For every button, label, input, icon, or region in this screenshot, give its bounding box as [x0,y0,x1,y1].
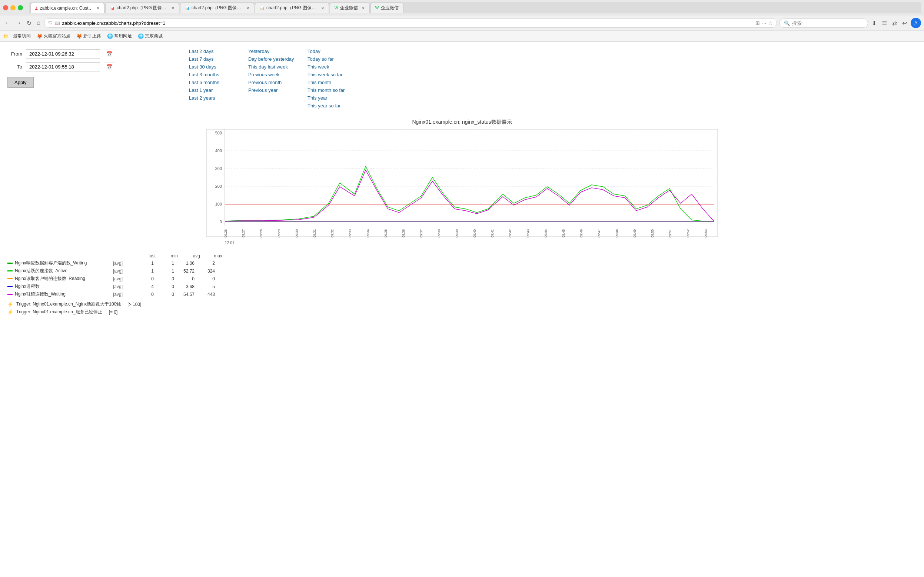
apply-button[interactable]: Apply [7,77,34,88]
reload-button[interactable]: ↻ [25,18,33,28]
tab-close-button-4[interactable]: × [321,5,324,11]
to-label: To [7,64,22,69]
svg-text:100: 100 [215,202,222,206]
jd-icon: 🌐 [138,33,144,39]
quick-link-last6months[interactable]: Last 6 months [189,79,241,86]
browser-tab-5[interactable]: W 企业微信 × [330,2,370,13]
legend-name-0: Nginx响应数据到客户端的数_Writing [15,260,113,266]
svg-text:500: 500 [215,131,222,135]
home-button[interactable]: ⌂ [35,18,42,28]
back-button[interactable]: ← [3,18,12,28]
legend-last-1: 1 [133,269,154,274]
star-icon[interactable]: ☆ [768,20,773,26]
svg-text:09:49: 09:49 [633,229,637,238]
tab-close-button-5[interactable]: × [361,5,364,11]
quick-link-thismonth[interactable]: This month [308,79,360,86]
quick-link-last3months[interactable]: Last 3 months [189,71,241,79]
quick-link-last30days[interactable]: Last 30 days [189,63,241,71]
search-input[interactable] [792,20,851,26]
tab-close-button-3[interactable]: × [247,5,249,11]
quick-link-prevyear[interactable]: Previous year [248,86,300,94]
search-icon: 🔍 [784,20,790,26]
bookmark-zuichang[interactable]: 最常访问 [11,32,32,40]
minimize-window-button[interactable] [10,5,16,10]
chart-svg: 500 400 300 200 100 0 [4,129,920,248]
quick-link-today[interactable]: Today [308,47,360,55]
tab-close-button[interactable]: × [97,5,100,11]
download-button[interactable]: ⬇ [870,18,878,28]
avatar[interactable]: A [911,18,921,28]
quick-link-todaysofar[interactable]: Today so far [308,55,360,63]
bookmark-huhuo[interactable]: 🦊 火狐官方站点 [35,32,72,40]
quick-link-thisdaylastweek[interactable]: This day last week [248,63,300,71]
search-bar: 🔍 [779,19,868,28]
legend-color-2 [7,278,13,279]
qr-icon[interactable]: ⊞ [755,20,760,26]
svg-text:09:37: 09:37 [419,229,423,238]
bookmark-xinshoushanlu[interactable]: 🦊 新手上路 [75,32,103,40]
quick-link-last7days[interactable]: Last 7 days [189,55,241,63]
quick-link-thisyear[interactable]: This year [308,94,360,102]
svg-text:09:40: 09:40 [473,229,476,238]
browser-tab-2[interactable]: 📊 chart2.php（PNG 图像，1409x43… × [105,2,179,13]
quick-link-thisweeksofar[interactable]: This week so far [308,71,360,79]
from-calendar-button[interactable]: 📅 [104,50,115,58]
address-input[interactable] [62,20,753,26]
sidebar-button[interactable]: ☰ [880,18,889,28]
close-window-button[interactable] [3,5,8,10]
legend-color-4 [7,294,13,295]
quick-link-thisweek[interactable]: This week [308,63,360,71]
quick-link-last1year[interactable]: Last 1 year [189,86,241,94]
svg-text:09:47: 09:47 [597,229,601,238]
browser-tab-3[interactable]: 📊 chart2.php（PNG 图像，1409x43… × [180,2,254,13]
legend-max-2: 0 [195,276,215,282]
svg-text:09:33: 09:33 [348,229,352,238]
quick-link-last2years[interactable]: Last 2 years [189,94,241,102]
legend-max-3: 5 [195,284,215,289]
title-bar: Z zabbix.example.cn: Custom gra... × 📊 c… [0,0,924,16]
quick-link-thismonthsofar[interactable]: This month so far [308,86,360,94]
browser-tab-4[interactable]: 📊 chart2.php（PNG 图像，1409x43… × [255,2,329,13]
maximize-window-button[interactable] [18,5,23,10]
tab-favicon: Z [35,6,38,10]
svg-text:09:32: 09:32 [331,229,334,238]
sync-button[interactable]: ⇄ [891,18,898,28]
tab-close-button-2[interactable]: × [171,5,174,11]
quick-link-prevweek[interactable]: Previous week [248,71,300,79]
chart-container: 500 400 300 200 100 0 [4,129,920,249]
svg-text:09:35: 09:35 [384,229,387,238]
legend-avg-2: 0 [174,276,195,282]
legend-avglabel-0: [avg] [113,261,133,266]
back-nav-button[interactable]: ↩ [901,18,908,28]
quick-link-thisyearsofar[interactable]: This year so far [308,102,360,110]
quick-link-yesterday[interactable]: Yesterday [248,47,300,55]
legend-section: last min avg max Nginx响应数据到客户端的数_Writing… [0,249,924,320]
quick-link-prevmonth[interactable]: Previous month [248,79,300,86]
svg-text:09:26: 09:26 [224,229,227,238]
quick-link-daybefore[interactable]: Day before yesterday [248,55,300,63]
svg-text:200: 200 [215,184,222,189]
forward-button[interactable]: → [14,18,23,28]
browser-tab-active[interactable]: Z zabbix.example.cn: Custom gra... × [31,3,105,13]
from-input[interactable] [26,49,100,58]
bookmark-changyong[interactable]: 🌐 常用网址 [106,32,133,40]
quick-link-last2days[interactable]: Last 2 days [189,47,241,55]
svg-text:09:39: 09:39 [455,229,459,238]
svg-text:09:42: 09:42 [508,229,512,238]
legend-item-0: Nginx响应数据到客户端的数_Writing [avg] 1 1 1.06 2 [7,259,917,267]
from-label: From [7,51,22,56]
to-calendar-button[interactable]: 📅 [104,63,115,71]
fox-icon: 🦊 [37,33,43,39]
legend-avglabel-4: [avg] [113,292,133,297]
svg-text:0: 0 [220,219,222,224]
tab-favicon-3: 📊 [185,6,189,10]
tab-favicon-2: 📊 [110,6,114,10]
browser-tab-6[interactable]: W 企业微信 [371,2,403,13]
bookmarks-folder-icon: 📁 [3,34,8,39]
more-icon[interactable]: ··· [762,20,766,26]
legend-avglabel-3: [avg] [113,284,133,289]
to-input[interactable] [26,62,100,71]
legend-name-1: Nginx活跃的连接数_Active [15,268,113,274]
col-header-avg: avg [178,253,200,258]
bookmark-jd[interactable]: 🌐 京东商城 [136,32,164,40]
